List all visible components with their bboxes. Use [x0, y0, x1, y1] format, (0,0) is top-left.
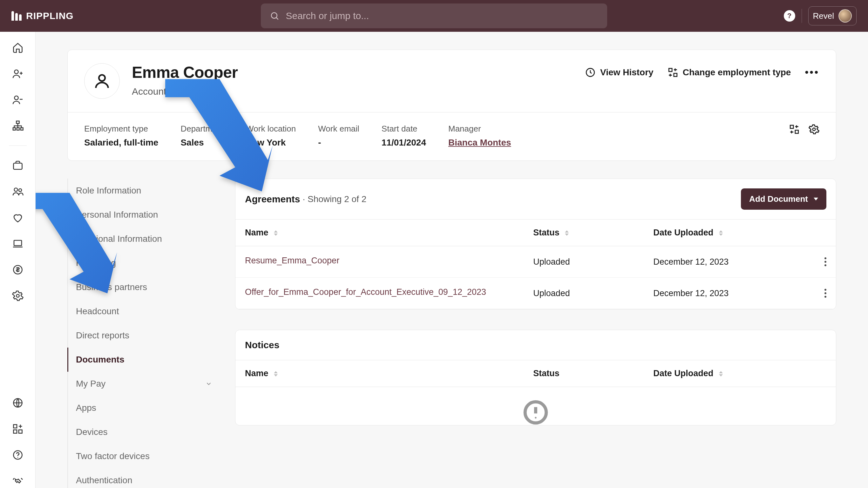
- subnav-item-documents[interactable]: Documents: [67, 347, 220, 372]
- subnav-item-label: Personal Information: [76, 210, 158, 220]
- meta-label: Work email: [318, 124, 359, 134]
- rail-add-person[interactable]: [11, 67, 25, 81]
- doc-status: Uploaded: [524, 246, 644, 278]
- rail-home[interactable]: [11, 41, 25, 55]
- rail-helpcircle[interactable]: [11, 448, 25, 462]
- profile-subnav: Role InformationPersonal InformationAddi…: [67, 179, 220, 488]
- agreements-subtitle: · Showing 2 of 2: [303, 194, 366, 204]
- subnav-item-label: Authentication: [76, 475, 132, 485]
- meta-value: 11/01/2024: [381, 138, 426, 148]
- rail-money[interactable]: [11, 263, 25, 277]
- subnav-item-role-information[interactable]: Role Information: [67, 179, 220, 203]
- rail-handshake[interactable]: [11, 474, 25, 488]
- subnav-item-label: Recruiting: [76, 258, 116, 268]
- notices-panel: Notices Name Status: [235, 330, 836, 425]
- col-name[interactable]: Name: [236, 219, 524, 246]
- subnav-item-personal-information[interactable]: Personal Information: [67, 203, 220, 227]
- meta-value: Salaried, full-time: [84, 138, 158, 148]
- sort-icon: [719, 230, 723, 236]
- sort-icon: [565, 230, 569, 236]
- subnav-item-label: Two factor devices: [76, 451, 150, 461]
- svg-point-22: [99, 75, 105, 81]
- row-actions-button[interactable]: [815, 278, 836, 309]
- agreements-title: Agreements: [245, 194, 300, 205]
- change-employment-type-button[interactable]: Change employment type: [668, 67, 791, 78]
- subnav-item-business-partners[interactable]: Business partners: [67, 275, 220, 299]
- separator: [802, 9, 802, 23]
- svg-rect-25: [674, 73, 677, 76]
- rail-briefcase[interactable]: [11, 158, 25, 173]
- rail-heart[interactable]: [11, 211, 25, 224]
- topbar: RIPPLING ? Revel: [0, 0, 868, 32]
- svg-rect-26: [790, 125, 793, 128]
- subnav-item-label: Apps: [76, 403, 96, 413]
- help-button[interactable]: ?: [784, 10, 795, 22]
- profile-more-button[interactable]: •••: [805, 66, 819, 78]
- svg-rect-11: [14, 241, 22, 246]
- col-status[interactable]: Status: [524, 360, 644, 387]
- subnav-item-recruiting[interactable]: Recruiting: [67, 251, 220, 275]
- col-date[interactable]: Date Uploaded: [644, 360, 817, 387]
- subnav-item-two-factor-devices[interactable]: Two factor devices: [67, 444, 220, 468]
- subnav-item-label: Documents: [76, 355, 124, 365]
- rail-people[interactable]: [11, 185, 25, 199]
- subnav-item-authentication[interactable]: Authentication: [67, 468, 220, 488]
- subnav-item-headcount[interactable]: Headcount: [67, 299, 220, 324]
- subnav-item-apps[interactable]: Apps: [67, 396, 220, 420]
- view-history-button[interactable]: View History: [585, 67, 654, 78]
- doc-date: December 12, 2023: [644, 278, 815, 309]
- add-document-button[interactable]: Add Document: [741, 188, 826, 210]
- sort-icon: [719, 371, 723, 376]
- rail-settings[interactable]: [11, 289, 25, 303]
- svg-rect-6: [17, 128, 20, 130]
- document-link[interactable]: Offer_for_Emma_Cooper_for_Account_Execut…: [245, 289, 486, 299]
- col-date[interactable]: Date Uploaded: [644, 219, 815, 246]
- subnav-item-label: Headcount: [76, 306, 119, 316]
- meta-label: Work location: [246, 124, 296, 134]
- agreements-panel: Agreements · Showing 2 of 2 Add Document…: [235, 179, 836, 309]
- col-status[interactable]: Status: [524, 219, 644, 246]
- notices-table: Name Status Date Uploaded: [236, 360, 836, 387]
- row-actions-button[interactable]: [815, 246, 836, 278]
- rail-org-chart[interactable]: [11, 119, 25, 133]
- subnav-item-additional-information[interactable]: Additional Information: [67, 227, 220, 251]
- search-icon: [270, 11, 279, 21]
- rail-laptop[interactable]: [11, 237, 25, 251]
- rail-globe[interactable]: [11, 396, 25, 410]
- user-menu[interactable]: Revel: [808, 6, 857, 25]
- svg-point-3: [14, 96, 18, 100]
- svg-point-9: [14, 188, 18, 191]
- svg-point-13: [16, 295, 19, 297]
- meta-label: Department: [181, 124, 224, 134]
- history-icon: [585, 67, 596, 78]
- rail-remove-person[interactable]: [11, 93, 25, 107]
- svg-rect-4: [16, 121, 19, 124]
- svg-rect-8: [13, 163, 22, 170]
- subnav-item-label: Business partners: [76, 282, 147, 292]
- profile-card: Emma Cooper Account Executive View Histo…: [67, 50, 836, 161]
- svg-rect-27: [795, 130, 799, 133]
- change-type-icon: [668, 67, 678, 78]
- meta-value: Sales: [181, 138, 224, 148]
- svg-point-0: [271, 13, 277, 19]
- brand-logo[interactable]: RIPPLING: [11, 10, 74, 21]
- col-name[interactable]: Name: [236, 360, 524, 387]
- global-search[interactable]: [261, 3, 607, 28]
- subnav-item-my-pay[interactable]: My Pay: [67, 372, 220, 396]
- subnav-item-label: Devices: [76, 427, 108, 437]
- search-input[interactable]: [286, 10, 598, 21]
- subnav-item-label: Additional Information: [76, 234, 162, 244]
- subnav-item-devices[interactable]: Devices: [67, 420, 220, 444]
- person-icon: [93, 72, 111, 90]
- svg-point-19: [17, 457, 18, 458]
- svg-rect-5: [13, 128, 16, 130]
- subnav-item-direct-reports[interactable]: Direct reports: [67, 324, 220, 347]
- svg-point-2: [14, 70, 18, 74]
- rail-apps[interactable]: [11, 422, 25, 436]
- swap-icon[interactable]: [789, 124, 800, 135]
- profile-role: Account Executive: [132, 86, 238, 97]
- chevron-down-icon: [205, 380, 212, 387]
- manager-link[interactable]: Bianca Montes: [448, 138, 511, 148]
- gear-icon[interactable]: [809, 124, 819, 135]
- document-link[interactable]: Resume_Emma_Cooper: [245, 258, 339, 268]
